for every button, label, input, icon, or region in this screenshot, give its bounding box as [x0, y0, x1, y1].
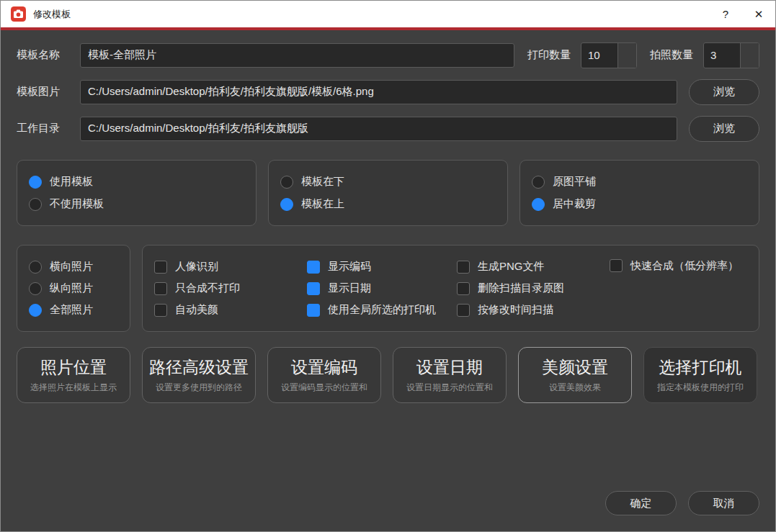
row-template-name: 模板名称 打印数量 10 拍照数量 3: [17, 42, 759, 68]
cancel-button[interactable]: 取消: [688, 491, 759, 515]
action-subtitle: 设置编码显示的位置和: [281, 382, 367, 394]
set-date-button[interactable]: 设置日期 设置日期显示的位置和: [393, 347, 507, 403]
select-printer-button[interactable]: 选择打印机 指定本模板使用的打印: [643, 347, 757, 403]
checkbox-icon[interactable]: [457, 261, 470, 274]
radio-icon[interactable]: [29, 282, 42, 295]
template-image-browse-button[interactable]: 浏览: [689, 79, 759, 105]
checkbox-icon[interactable]: [154, 261, 167, 274]
actions-row: 照片位置 选择照片在模板上显示 路径高级设置 设置更多使用到的路径 设置编码 设…: [17, 347, 759, 403]
radio-icon[interactable]: [29, 261, 42, 274]
checkbox-icon[interactable]: [457, 304, 470, 317]
radio-label: 纵向照片: [50, 281, 93, 295]
group-template-layer: 模板在下 模板在上: [268, 160, 508, 226]
checkbox-icon[interactable]: [307, 304, 320, 317]
radio-option[interactable]: 模板在上: [280, 197, 496, 212]
radio-option[interactable]: 横向照片: [29, 259, 118, 275]
options-row: 横向照片 纵向照片 全部照片 人像识别: [17, 245, 759, 332]
radio-option[interactable]: 居中裁剪: [532, 197, 747, 212]
action-title: 设置日期: [416, 356, 483, 379]
checkbox-option[interactable]: 自动美颜: [154, 302, 307, 318]
checkbox-label: 快速合成（低分辨率）: [630, 259, 739, 273]
radio-label: 不使用模板: [50, 197, 104, 211]
radio-option[interactable]: 模板在下: [280, 174, 496, 190]
checkbox-option[interactable]: 生成PNG文件: [457, 259, 610, 275]
action-subtitle: 选择照片在模板上显示: [30, 382, 117, 394]
checkbox-label: 使用全局所选的打印机: [328, 303, 436, 317]
template-name-input[interactable]: [80, 43, 514, 68]
window-title: 修改模板: [33, 8, 71, 21]
path-advanced-settings-button[interactable]: 路径高级设置 设置更多使用到的路径: [142, 347, 256, 403]
work-dir-input[interactable]: [80, 117, 677, 141]
template-image-label: 模板图片: [17, 85, 80, 99]
checkbox-column-2: 显示编码 显示日期 使用全局所选的打印机: [307, 259, 457, 318]
titlebar: 修改模板 ? ✕: [1, 1, 775, 27]
action-subtitle: 设置日期显示的位置和: [406, 382, 493, 394]
print-count-spin-buttons[interactable]: [617, 43, 636, 68]
radio-icon[interactable]: [280, 198, 293, 211]
radio-icon[interactable]: [29, 198, 42, 211]
checkbox-label: 只合成不打印: [175, 281, 240, 295]
radio-option[interactable]: 全部照片: [29, 302, 118, 318]
checkbox-option[interactable]: 快速合成（低分辨率）: [610, 258, 759, 274]
action-title: 设置编码: [291, 356, 357, 379]
template-image-input[interactable]: [80, 80, 677, 104]
row-template-image: 模板图片 浏览: [17, 79, 759, 104]
checkbox-option[interactable]: 使用全局所选的打印机: [307, 302, 457, 318]
radio-icon[interactable]: [280, 176, 293, 189]
radio-label: 全部照片: [50, 303, 93, 317]
checkbox-option[interactable]: 人像识别: [154, 259, 307, 275]
print-count-value: 10: [581, 43, 617, 68]
checkbox-column-3: 生成PNG文件 删除扫描目录原图 按修改时间扫描: [457, 259, 610, 318]
group-template-usage: 使用模板 不使用模板: [17, 160, 257, 226]
checkbox-option[interactable]: 只合成不打印: [154, 281, 307, 297]
checkbox-column-4: 快速合成（低分辨率）: [610, 256, 759, 321]
checkbox-icon[interactable]: [610, 259, 623, 272]
checkbox-icon[interactable]: [457, 282, 470, 295]
checkbox-label: 人像识别: [175, 260, 218, 274]
radio-option[interactable]: 原图平铺: [532, 174, 747, 190]
checkbox-option[interactable]: 按修改时间扫描: [457, 302, 610, 318]
beauty-settings-button[interactable]: 美颜设置 设置美颜效果: [518, 347, 632, 403]
dialog-content: 模板名称 打印数量 10 拍照数量 3 模板图片 浏览 工作目录 浏览: [1, 30, 775, 531]
radio-option[interactable]: 使用模板: [29, 174, 244, 190]
radio-label: 横向照片: [50, 260, 93, 274]
group-photo-orientation: 横向照片 纵向照片 全部照片: [17, 245, 130, 332]
radio-icon[interactable]: [532, 176, 545, 189]
checkbox-option[interactable]: 显示编码: [307, 259, 457, 275]
ok-button[interactable]: 确定: [605, 491, 677, 515]
dialog-window: 修改模板 ? ✕ 模板名称 打印数量 10 拍照数量 3 模板图片 浏览: [0, 0, 776, 532]
checkbox-icon[interactable]: [307, 261, 320, 274]
photo-count-spin-buttons[interactable]: [740, 43, 759, 68]
photo-position-button[interactable]: 照片位置 选择照片在模板上显示: [17, 347, 130, 403]
work-dir-label: 工作目录: [17, 122, 80, 135]
template-name-label: 模板名称: [17, 48, 80, 62]
checkbox-option[interactable]: 删除扫描目录原图: [457, 281, 610, 297]
action-subtitle: 指定本模板使用的打印: [657, 382, 744, 394]
checkbox-column-1: 人像识别 只合成不打印 自动美颜: [154, 259, 307, 318]
checkbox-icon[interactable]: [154, 304, 167, 317]
checkbox-label: 按修改时间扫描: [478, 303, 553, 317]
print-count-label: 打印数量: [527, 48, 571, 62]
row-work-dir: 工作目录 浏览: [17, 116, 759, 141]
radio-icon[interactable]: [29, 176, 42, 189]
app-icon: [11, 6, 26, 22]
radio-label: 模板在下: [301, 175, 344, 189]
radio-icon[interactable]: [532, 198, 545, 211]
checkbox-icon[interactable]: [154, 282, 167, 295]
radio-label: 模板在上: [301, 197, 344, 211]
radio-icon[interactable]: [29, 304, 42, 317]
checkbox-label: 显示日期: [328, 281, 371, 295]
radio-option[interactable]: 纵向照片: [29, 281, 118, 297]
radio-option[interactable]: 不使用模板: [29, 197, 244, 212]
action-title: 美颜设置: [542, 356, 608, 379]
checkbox-option[interactable]: 显示日期: [307, 281, 457, 297]
help-button[interactable]: ?: [709, 1, 742, 27]
set-code-button[interactable]: 设置编码 设置编码显示的位置和: [267, 347, 381, 403]
checkbox-icon[interactable]: [307, 282, 320, 295]
photo-count-spinbox[interactable]: 3: [703, 42, 759, 68]
work-dir-browse-button[interactable]: 浏览: [689, 116, 759, 142]
radio-label: 居中裁剪: [553, 197, 596, 211]
close-button[interactable]: ✕: [742, 1, 775, 27]
print-count-spinbox[interactable]: 10: [581, 42, 637, 68]
checkbox-label: 显示编码: [328, 260, 371, 274]
